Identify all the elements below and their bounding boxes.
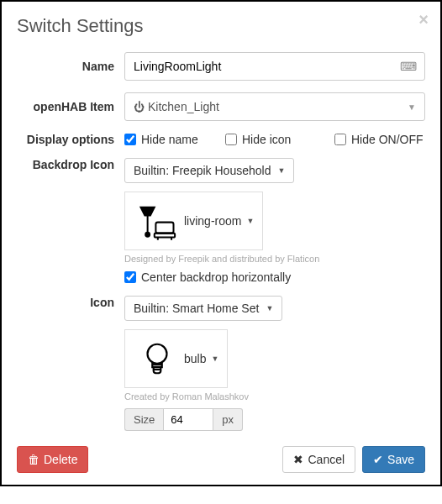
center-backdrop-input[interactable] — [124, 271, 136, 283]
svg-rect-2 — [155, 234, 175, 238]
display-options-label: Display options — [17, 133, 124, 146]
openhab-item-select[interactable]: ⏻Kitchen_Light ▼ — [124, 92, 425, 121]
icon-iconset-dropdown[interactable]: Builtin: Smart Home Set ▼ — [124, 296, 282, 321]
caret-down-icon: ▼ — [211, 354, 218, 363]
hide-name-checkbox[interactable]: Hide name — [124, 133, 225, 146]
caret-down-icon: ▼ — [277, 166, 285, 175]
hide-icon-input[interactable] — [225, 134, 237, 145]
backdrop-icon-picker[interactable]: living-room▼ — [124, 192, 263, 250]
check-icon: ✔ — [373, 453, 383, 466]
name-label: Name — [17, 60, 124, 73]
switch-settings-modal: × Switch Settings Name ⌨ openHAB Item ⏻K… — [0, 0, 442, 486]
hide-icon-checkbox[interactable]: Hide icon — [225, 133, 334, 146]
hide-onoff-input[interactable] — [334, 134, 346, 145]
chevron-down-icon: ▼ — [408, 102, 416, 112]
caret-down-icon: ▼ — [266, 304, 273, 312]
caret-down-icon: ▼ — [246, 217, 254, 225]
living-room-icon — [134, 197, 181, 244]
backdrop-icon-label: Backdrop Icon — [17, 158, 124, 171]
save-button[interactable]: ✔ Save — [362, 446, 425, 473]
delete-button[interactable]: 🗑 Delete — [17, 446, 88, 473]
backdrop-iconset-dropdown[interactable]: Builtin: Freepik Household ▼ — [124, 158, 294, 183]
size-input[interactable] — [163, 408, 213, 431]
center-backdrop-checkbox[interactable]: Center backdrop horizontally — [124, 270, 425, 284]
openhab-item-label: openHAB Item — [17, 100, 124, 113]
power-icon: ⏻ — [134, 101, 145, 113]
icon-label: Icon — [17, 296, 124, 309]
keyboard-icon: ⌨ — [400, 60, 417, 73]
size-label: Size — [124, 408, 163, 431]
size-unit: px — [213, 408, 243, 431]
hide-name-input[interactable] — [124, 134, 136, 145]
modal-title: Switch Settings — [17, 15, 425, 37]
svg-point-5 — [148, 344, 167, 364]
bulb-icon — [134, 335, 181, 382]
backdrop-credit: Designed by Freepik and distributed by F… — [124, 254, 425, 264]
cancel-button[interactable]: ✖ Cancel — [282, 446, 355, 473]
close-icon[interactable]: × — [418, 10, 429, 29]
icon-credit: Created by Roman Malashkov — [124, 391, 425, 402]
trash-icon: 🗑 — [28, 453, 39, 466]
svg-rect-1 — [155, 223, 173, 234]
svg-point-0 — [145, 233, 150, 237]
hide-onoff-checkbox[interactable]: Hide ON/OFF — [334, 133, 424, 146]
icon-picker[interactable]: bulb▼ — [124, 329, 228, 388]
x-icon: ✖ — [293, 453, 303, 466]
name-input[interactable] — [124, 52, 425, 81]
openhab-item-value: Kitchen_Light — [148, 100, 219, 113]
size-input-group: Size px — [124, 408, 425, 431]
